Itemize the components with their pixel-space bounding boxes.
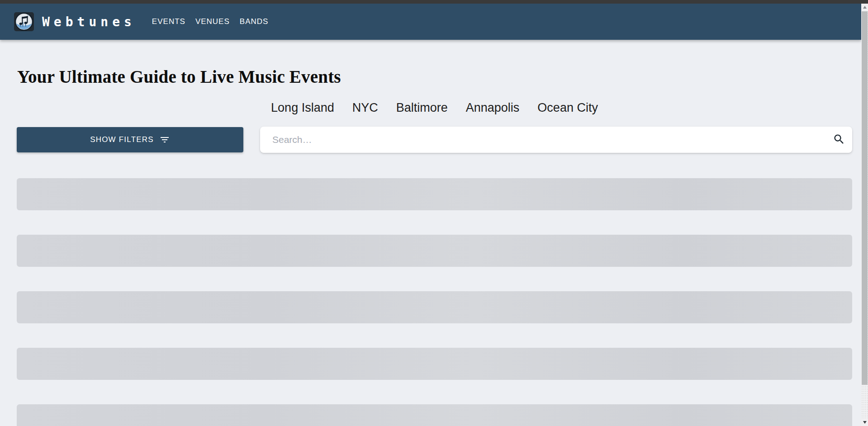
scrollbar-down-icon [863, 421, 867, 424]
scrollbar-up-button[interactable] [861, 4, 868, 11]
skeleton-list [17, 178, 852, 426]
scrollbar-thumb[interactable] [862, 11, 868, 385]
top-window-strip [0, 0, 868, 4]
search-box [260, 127, 852, 153]
search-icon [833, 133, 845, 147]
search-button[interactable] [826, 127, 852, 153]
city-link-long-island[interactable]: Long Island [271, 101, 334, 115]
scrollbar-up-icon [863, 6, 867, 9]
show-filters-label: SHOW FILTERS [90, 135, 154, 144]
page-title: Your Ultimate Guide to Live Music Events [17, 66, 852, 87]
show-filters-button[interactable]: SHOW FILTERS [17, 127, 243, 152]
city-links: Long IslandNYCBaltimoreAnnapolisOcean Ci… [17, 101, 852, 115]
nav-link-venues[interactable]: VENUES [195, 17, 230, 26]
city-link-annapolis[interactable]: Annapolis [466, 101, 520, 115]
skeleton-row [17, 404, 852, 426]
skeleton-row [17, 235, 852, 267]
search-input[interactable] [260, 127, 826, 153]
filter-list-icon [159, 134, 170, 145]
navbar: Webtunes EVENTSVENUESBANDS [0, 4, 861, 40]
city-link-baltimore[interactable]: Baltimore [396, 101, 448, 115]
webtunes-logo-icon[interactable] [14, 11, 34, 32]
vertical-scrollbar[interactable] [861, 4, 868, 426]
skeleton-row [17, 291, 852, 323]
brand-title[interactable]: Webtunes [42, 14, 136, 29]
skeleton-row [17, 178, 852, 210]
scrollbar-down-button[interactable] [861, 419, 868, 426]
controls-row: SHOW FILTERS [17, 127, 852, 153]
city-link-ocean-city[interactable]: Ocean City [537, 101, 598, 115]
nav-link-events[interactable]: EVENTS [152, 17, 185, 26]
city-link-nyc[interactable]: NYC [352, 101, 378, 115]
skeleton-row [17, 348, 852, 380]
main-content: Your Ultimate Guide to Live Music Events… [0, 40, 861, 426]
nav-link-bands[interactable]: BANDS [240, 17, 269, 26]
nav-links: EVENTSVENUESBANDS [152, 17, 269, 26]
